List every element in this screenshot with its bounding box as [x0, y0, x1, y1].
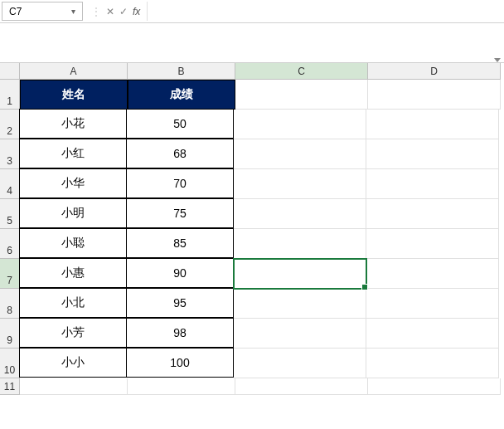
column-header-C[interactable]: C: [235, 63, 368, 80]
cell-A7[interactable]: 小惠: [19, 258, 127, 288]
chevron-down-icon[interactable]: ▾: [71, 7, 75, 16]
cell-D10[interactable]: [366, 349, 499, 378]
cell-D4[interactable]: [366, 169, 499, 199]
cell-C3[interactable]: [234, 139, 366, 169]
cell-C4[interactable]: [234, 169, 366, 199]
cell-D8[interactable]: [366, 289, 499, 319]
cell-C8[interactable]: [234, 289, 366, 319]
row-header-11[interactable]: 11: [0, 378, 20, 395]
column-header-B[interactable]: B: [128, 63, 235, 80]
row-header-1[interactable]: 1: [0, 80, 20, 110]
cell-B3[interactable]: 68: [126, 139, 234, 168]
cell-B8[interactable]: 95: [126, 288, 234, 318]
row-header-3[interactable]: 3: [0, 139, 20, 169]
cell-C7[interactable]: [234, 259, 366, 289]
cell-D9[interactable]: [366, 319, 499, 349]
cell-D7[interactable]: [366, 259, 499, 289]
formula-input[interactable]: [149, 2, 502, 21]
cell-A8[interactable]: 小北: [19, 288, 127, 318]
separator-icon: ⋮: [91, 6, 101, 17]
cell-A1[interactable]: 姓名: [20, 80, 128, 110]
cell-C2[interactable]: [234, 110, 366, 139]
formula-bar: C7 ▾ ⋮ ✕ ✓ fx: [0, 0, 504, 23]
cell-D3[interactable]: [366, 139, 499, 169]
cell-A5[interactable]: 小明: [19, 198, 127, 228]
cell-C10[interactable]: [234, 349, 366, 378]
confirm-icon[interactable]: ✓: [119, 6, 128, 17]
cell-D2[interactable]: [366, 110, 499, 139]
cell-C11[interactable]: [235, 378, 368, 395]
cell-B2[interactable]: 50: [126, 109, 234, 139]
cell-C5[interactable]: [234, 199, 366, 229]
row-header-4[interactable]: 4: [0, 169, 20, 199]
column-header-A[interactable]: A: [20, 63, 128, 80]
row-header-2[interactable]: 2: [0, 110, 20, 139]
cell-A11[interactable]: [20, 378, 128, 395]
cell-D5[interactable]: [366, 199, 499, 229]
fx-icon[interactable]: fx: [133, 6, 140, 17]
cell-B7[interactable]: 90: [126, 258, 234, 288]
row-header-6[interactable]: 6: [0, 229, 20, 259]
cell-D6[interactable]: [366, 229, 499, 259]
cell-B11[interactable]: [128, 378, 235, 395]
cell-C6[interactable]: [234, 229, 366, 259]
cell-B10[interactable]: 100: [126, 348, 234, 378]
row-header-8[interactable]: 8: [0, 289, 20, 319]
cell-A6[interactable]: 小聪: [19, 228, 127, 258]
select-all-corner[interactable]: [0, 63, 20, 80]
cell-B9[interactable]: 98: [126, 318, 234, 348]
name-box-value: C7: [9, 6, 22, 17]
row-header-10[interactable]: 10: [0, 349, 20, 378]
column-header-D[interactable]: D: [368, 63, 501, 80]
cell-B6[interactable]: 85: [126, 228, 234, 258]
expand-handle-icon[interactable]: [494, 58, 501, 62]
cancel-icon[interactable]: ✕: [106, 6, 114, 17]
cell-B4[interactable]: 70: [126, 168, 234, 198]
cell-A9[interactable]: 小芳: [19, 318, 127, 348]
cell-C9[interactable]: [234, 319, 366, 349]
formula-controls: ⋮ ✕ ✓ fx: [85, 2, 148, 21]
cell-D1[interactable]: [368, 80, 501, 110]
cell-D11[interactable]: [368, 378, 501, 395]
name-box[interactable]: C7 ▾: [2, 2, 83, 21]
formula-expand-area: [0, 23, 504, 63]
cell-A3[interactable]: 小红: [19, 139, 127, 168]
row-header-9[interactable]: 9: [0, 319, 20, 349]
cell-B5[interactable]: 75: [126, 198, 234, 228]
cell-B1[interactable]: 成绩: [128, 80, 235, 110]
cell-A4[interactable]: 小华: [19, 168, 127, 198]
row-header-7[interactable]: 7: [0, 259, 20, 289]
cell-A10[interactable]: 小小: [19, 348, 127, 378]
row-header-5[interactable]: 5: [0, 199, 20, 229]
cell-C1[interactable]: [235, 80, 368, 110]
cell-A2[interactable]: 小花: [19, 109, 127, 139]
